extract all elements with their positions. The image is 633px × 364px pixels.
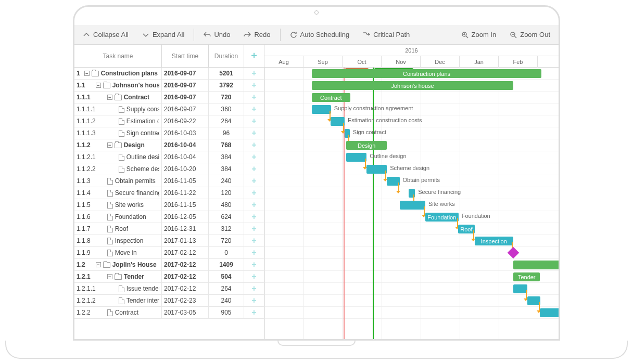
add-task-button[interactable]: + [244, 103, 264, 115]
task-bar[interactable]: Roof [458, 225, 475, 233]
task-row[interactable]: 1.1.1.1Supply construction agreement2016… [74, 103, 264, 115]
task-bar[interactable] [345, 129, 350, 138]
zoom-in-button[interactable]: Zoom In [455, 25, 503, 44]
add-task-button[interactable]: + [244, 139, 264, 151]
bar-row: Estimation construction costs [264, 115, 559, 127]
collapse-toggle[interactable]: − [107, 274, 112, 279]
add-task-button[interactable]: + [244, 115, 264, 127]
bar-row: FoundationFoundation [264, 211, 559, 223]
task-row[interactable]: 1.1.1.3Sign contract2016-10-0396+ [74, 127, 264, 139]
task-duration: 504 [209, 271, 244, 282]
collapse-toggle[interactable]: − [84, 71, 90, 76]
task-row[interactable]: 1.1.2−Design2016-10-04768+ [74, 139, 264, 151]
add-task-button[interactable]: + [244, 295, 264, 306]
file-icon [119, 130, 124, 137]
task-bar[interactable] [527, 296, 540, 305]
month-cell: Feb [499, 56, 538, 68]
collapse-toggle[interactable]: − [96, 262, 101, 267]
add-task-button[interactable]: + [244, 151, 264, 163]
task-row[interactable]: 1−Construction plans2016-09-075201+ [74, 68, 264, 80]
add-column-button[interactable]: + [244, 45, 264, 67]
bar-row: Obtain permits [264, 175, 559, 187]
task-row[interactable]: 1.1.7Roof2016-12-31312+ [74, 223, 264, 235]
task-bar[interactable]: Johnson's house [312, 81, 513, 90]
add-task-button[interactable]: + [244, 80, 264, 91]
add-task-button[interactable]: + [244, 163, 264, 175]
add-task-button[interactable]: + [244, 187, 264, 199]
task-bar[interactable] [409, 189, 415, 198]
add-task-button[interactable]: + [244, 175, 264, 187]
task-bar[interactable] [540, 308, 559, 317]
task-bar[interactable] [513, 284, 527, 293]
add-task-button[interactable]: + [244, 211, 264, 223]
task-name: Construction plans [101, 70, 158, 77]
add-task-button[interactable]: + [244, 259, 264, 270]
redo-button[interactable]: Redo [237, 25, 276, 44]
redo-icon [244, 31, 251, 38]
month-cell: Sep [303, 56, 343, 68]
task-duration: 480 [209, 199, 244, 211]
add-task-button[interactable]: + [244, 127, 264, 139]
task-row[interactable]: 1.2.1.1Issue tender2017-02-12264+ [74, 283, 264, 295]
task-row[interactable]: 1.2.2Contract2017-03-05905+ [74, 307, 264, 319]
task-bar[interactable]: Design [346, 141, 387, 150]
add-task-button[interactable]: + [244, 223, 264, 235]
add-task-button[interactable]: + [244, 247, 264, 258]
add-task-button[interactable]: + [244, 68, 264, 79]
task-row[interactable]: 1.2.1.2Tender interview2017-02-23240+ [74, 295, 264, 307]
task-bar[interactable]: Tender [513, 272, 540, 281]
col-starttime[interactable]: Start time [162, 45, 209, 67]
task-row[interactable]: 1.1.3Obtain permits2016-11-05240+ [74, 175, 264, 187]
task-bar[interactable] [366, 165, 387, 174]
add-task-button[interactable]: + [244, 283, 264, 294]
file-icon [119, 285, 124, 292]
task-bar[interactable]: Inspection [475, 237, 513, 245]
task-bar[interactable] [346, 153, 366, 162]
collapse-toggle[interactable]: − [107, 142, 112, 148]
task-start: 2016-10-20 [162, 163, 209, 175]
add-task-button[interactable]: + [244, 199, 264, 211]
task-row[interactable]: 1.1.1−Contract2016-09-07720+ [74, 92, 264, 103]
task-bar[interactable] [331, 117, 345, 126]
task-bar[interactable] [387, 177, 400, 186]
task-bar[interactable] [312, 105, 331, 114]
task-row[interactable]: 1.1.9Move in2017-02-120+ [74, 247, 264, 259]
task-bar[interactable]: Contract [312, 93, 350, 102]
zoom-out-button[interactable]: Zoom Out [503, 25, 556, 44]
task-row[interactable]: 1.1.8Inspection2017-01-13720+ [74, 235, 264, 247]
task-row[interactable]: 1.1.1.2Estimation construction costs2016… [74, 115, 264, 127]
task-bar[interactable] [400, 201, 425, 210]
task-row[interactable]: 1.1.6Foundation2016-12-05624+ [74, 211, 264, 223]
auto-scheduling-button[interactable]: Auto Scheduling [284, 25, 356, 44]
collapse-all-button[interactable]: Collapse All [77, 25, 135, 44]
task-row[interactable]: 1.1.4Secure financing2016-11-22120+ [74, 187, 264, 199]
add-task-button[interactable]: + [244, 307, 264, 318]
critical-path-button[interactable]: Critical Path [357, 25, 416, 44]
gantt-chart[interactable]: 2016 AugSepOctNovDecJanFeb Today Start p… [264, 45, 559, 339]
task-start: 2017-02-12 [162, 283, 209, 294]
add-task-button[interactable]: + [244, 235, 264, 246]
task-row[interactable]: 1.1.2.2Scheme design2016-10-20384+ [74, 163, 264, 175]
collapse-toggle[interactable]: − [107, 95, 112, 100]
task-duration: 624 [209, 211, 244, 223]
collapse-toggle[interactable]: − [96, 83, 101, 88]
task-row[interactable]: 1.2−Joplin's House2017-02-121409+ [74, 259, 264, 271]
expand-all-button[interactable]: Expand All [136, 25, 191, 44]
add-task-button[interactable]: + [244, 92, 264, 103]
task-row[interactable]: 1.2.1−Tender2017-02-12504+ [74, 271, 264, 283]
milestone[interactable] [508, 247, 520, 259]
task-bar[interactable]: Construction plans [312, 69, 541, 78]
task-row[interactable]: 1.1.5Site works2016-11-15480+ [74, 199, 264, 211]
col-taskname[interactable]: Task name [74, 45, 162, 67]
add-task-button[interactable]: + [244, 271, 264, 282]
undo-button[interactable]: Undo [197, 25, 236, 44]
file-icon [107, 202, 113, 209]
task-row[interactable]: 1.1.2.1Outline design2016-10-04384+ [74, 151, 264, 163]
col-duration[interactable]: Duration [209, 45, 244, 67]
task-row[interactable]: 1.1−Johnson's house2016-09-073792+ [74, 80, 264, 92]
bar-label: Site works [428, 201, 455, 207]
task-bar[interactable]: Foundation [425, 213, 459, 222]
file-icon [119, 118, 124, 125]
bar-row: Supply construction agreement [264, 103, 559, 115]
task-bar[interactable] [513, 261, 559, 269]
